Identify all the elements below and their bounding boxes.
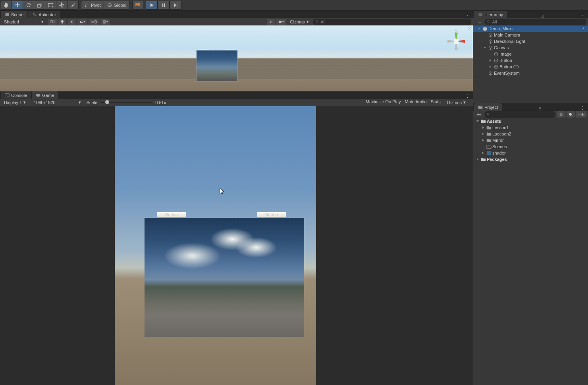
orientation-gizmo[interactable]: y x	[444, 29, 468, 53]
project-search-field[interactable]	[484, 111, 555, 118]
audio-toggle-button[interactable]	[68, 19, 76, 25]
foldout-toggle[interactable]	[488, 58, 493, 62]
tree-row[interactable]: Button	[473, 57, 588, 64]
rect-tool-button[interactable]	[45, 1, 56, 10]
pause-button[interactable]	[158, 1, 170, 10]
hierarchy-menu-button[interactable]: ⋮	[577, 13, 588, 18]
dropdown-arrow-icon: ▾	[83, 20, 85, 23]
hierarchy-tab[interactable]: Hierarchy	[474, 11, 507, 18]
project-add-button[interactable]: +▾	[475, 112, 483, 117]
tree-row[interactable]: Directional Light	[473, 38, 588, 44]
resolution-label: 1080x1920	[34, 100, 55, 105]
tree-row[interactable]: Button (1)	[473, 64, 588, 70]
foldout-toggle[interactable]	[481, 151, 486, 155]
tree-item-label: Button (1)	[499, 64, 519, 69]
foldout-toggle[interactable]	[476, 119, 480, 123]
game-button-1[interactable]: Button	[157, 212, 186, 217]
tools-button[interactable]	[267, 19, 275, 25]
project-filter-type-button[interactable]	[557, 111, 565, 118]
svg-rect-18	[36, 94, 40, 97]
tree-row[interactable]: Assets	[473, 118, 588, 124]
foldout-toggle[interactable]	[481, 132, 486, 136]
scale-slider-thumb[interactable]	[105, 100, 109, 104]
lighting-toggle-button[interactable]	[58, 19, 66, 25]
hierarchy-tree[interactable]: Demo_Mirror⋮Main CameraDirectional Light…	[473, 25, 588, 103]
hierarchy-add-button[interactable]: +▾	[475, 19, 483, 24]
scene-search-field[interactable]	[313, 19, 471, 25]
project-hidden-button[interactable]: 6	[576, 111, 586, 118]
project-menu-button[interactable]: ⋮	[577, 106, 588, 111]
game-viewport[interactable]: Button Button	[0, 106, 473, 385]
game-gizmos-dropdown[interactable]: Gizmos▾	[445, 99, 468, 106]
tree-item-label: Packages	[487, 157, 507, 162]
game-button-2[interactable]: Button	[257, 212, 286, 217]
tree-row[interactable]: Scenes	[473, 143, 588, 150]
foldout-toggle[interactable]	[481, 126, 486, 130]
foldout-toggle[interactable]	[483, 46, 488, 50]
grid-toggle-button[interactable]: ▾	[100, 19, 110, 25]
project-filter-label-button[interactable]	[567, 111, 575, 118]
project-lock-button[interactable]	[535, 107, 545, 111]
foldout-toggle[interactable]	[476, 157, 480, 161]
cube-icon	[493, 58, 499, 63]
tree-row[interactable]: Main Camera	[473, 32, 588, 38]
move-tool-button[interactable]	[12, 1, 23, 10]
tree-row[interactable]: Mirror	[473, 137, 588, 143]
global-toggle-button[interactable]: Global	[104, 1, 130, 10]
foldout-toggle[interactable]	[481, 138, 486, 142]
tree-row[interactable]: Packages	[473, 156, 588, 163]
hierarchy-search-input[interactable]	[492, 19, 584, 24]
game-tab[interactable]: Game	[32, 91, 58, 99]
foldout-toggle[interactable]	[477, 27, 482, 31]
tree-row[interactable]: shader	[473, 150, 588, 156]
scene-image-object[interactable]	[197, 50, 237, 81]
dropdown-arrow-icon: ▾	[282, 20, 284, 23]
scene-tab[interactable]: Scene	[1, 11, 27, 18]
tree-row[interactable]: Demo_Mirror⋮	[473, 25, 588, 32]
tree-row[interactable]: Canvas	[473, 44, 588, 51]
pivot-toggle-button[interactable]: Pivot	[81, 1, 104, 10]
mute-audio-toggle[interactable]: Mute Audio	[405, 99, 427, 106]
project-tab[interactable]: Project	[474, 103, 502, 111]
scene-viewport[interactable]: y x	[0, 25, 473, 91]
shading-mode-dropdown[interactable]: Shaded ▾	[2, 19, 46, 25]
hierarchy-lock-button[interactable]	[538, 14, 548, 18]
dropdown-arrow-icon: ▾	[79, 100, 81, 105]
custom-tool-button[interactable]	[67, 1, 79, 10]
scale-tool-button[interactable]	[34, 1, 45, 10]
game-tabs-menu-button[interactable]: ⋮	[462, 94, 473, 99]
resolution-dropdown[interactable]: 1080x1920▾	[31, 99, 83, 106]
play-button[interactable]	[146, 1, 158, 10]
transform-tool-button[interactable]	[56, 1, 67, 10]
console-tab[interactable]: Console	[1, 91, 31, 99]
maximize-on-play-toggle[interactable]: Maximize On Play	[366, 99, 401, 106]
svg-point-19	[487, 20, 489, 22]
display-dropdown[interactable]: Display 1▾	[2, 99, 28, 106]
tree-row[interactable]: Lesson1	[473, 124, 588, 131]
rotate-tool-button[interactable]	[23, 1, 34, 10]
2d-toggle-button[interactable]: 2D	[48, 19, 57, 25]
step-button[interactable]	[170, 1, 181, 10]
fx-toggle-button[interactable]: ▾	[77, 19, 87, 25]
stats-toggle[interactable]: Stats	[431, 99, 441, 106]
game-gizmos-label: Gizmos	[447, 100, 462, 105]
hidden-toggle-button[interactable]: 0	[89, 19, 99, 25]
scene-tabs-menu-button[interactable]: ⋮	[462, 13, 473, 18]
close-icon[interactable]	[468, 27, 471, 31]
hierarchy-search-field[interactable]	[484, 19, 586, 25]
tree-row[interactable]: Image	[473, 51, 588, 57]
tree-row[interactable]: EventSystem	[473, 70, 588, 76]
foldout-toggle[interactable]	[488, 65, 493, 69]
hand-tool-button[interactable]	[1, 1, 12, 10]
snap-button[interactable]	[132, 1, 143, 10]
gizmos-dropdown[interactable]: Gizmos▾	[287, 19, 311, 25]
scene-search-input[interactable]	[320, 19, 469, 24]
scale-slider[interactable]	[100, 102, 152, 103]
project-hidden-count: 6	[582, 112, 584, 117]
tree-row[interactable]: Lseeson2	[473, 131, 588, 137]
row-menu-button[interactable]: ⋮	[581, 26, 588, 31]
animator-tab[interactable]: Animator	[28, 11, 60, 18]
project-tree[interactable]: AssetsLesson1Lseeson2MirrorScenesshaderP…	[473, 118, 588, 385]
camera-button[interactable]: ▾	[276, 19, 286, 25]
project-search-input[interactable]	[492, 112, 553, 117]
